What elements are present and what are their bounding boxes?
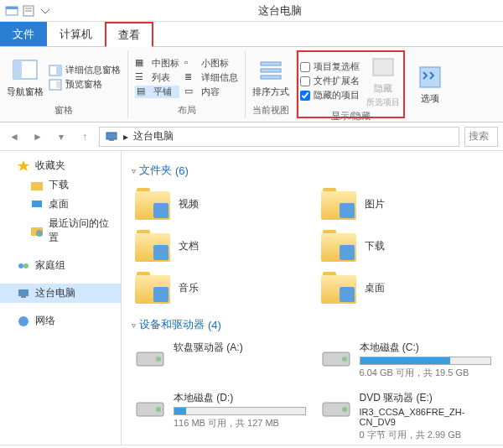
breadcrumb[interactable]: ▸ 这台电脑 [99, 127, 459, 147]
folder-item[interactable]: 下载 [318, 227, 494, 265]
ribbon-group-panes: 导航窗格 详细信息窗格 预览窗格 窗格 [0, 50, 128, 118]
pc-icon [105, 130, 118, 143]
folder-label: 图片 [365, 197, 385, 211]
tab-view[interactable]: 查看 [105, 22, 153, 47]
checkbox-file-extensions[interactable]: 文件扩展名 [300, 75, 360, 87]
svg-rect-15 [420, 67, 440, 87]
svg-rect-1 [6, 7, 18, 9]
search-box[interactable]: 搜索 [464, 127, 498, 147]
breadcrumb-location[interactable]: 这台电脑 [133, 129, 174, 143]
folder-icon [135, 230, 170, 262]
drive-item[interactable]: 软盘驱动器 (A:) [132, 339, 308, 381]
svg-rect-16 [106, 133, 117, 139]
checkbox-input[interactable] [300, 62, 310, 72]
folder-label: 音乐 [179, 281, 199, 295]
checkbox-item-checkboxes[interactable]: 项目复选框 [300, 60, 360, 73]
svg-rect-25 [21, 296, 26, 298]
sort-by-button[interactable]: 排序方式 [252, 57, 289, 98]
forward-button[interactable]: ► [29, 128, 47, 146]
svg-rect-14 [373, 59, 393, 76]
desktop-icon [30, 198, 44, 211]
homegroup-icon [17, 259, 30, 273]
tree-recent[interactable]: 最近访问的位置 [0, 214, 121, 247]
folder-icon [30, 179, 44, 192]
tab-file[interactable]: 文件 [0, 22, 47, 46]
folder-icon [321, 272, 356, 304]
drive-usage-bar [360, 357, 492, 365]
svg-point-30 [342, 357, 347, 362]
hide-selected-button[interactable]: 隐藏 所选项目 [365, 54, 402, 108]
window-title: 这台电脑 [57, 3, 503, 18]
hide-icon [370, 54, 397, 81]
tree-homegroup[interactable]: 家庭组 [0, 256, 121, 275]
options-button[interactable]: 选项 [412, 64, 449, 105]
checkbox-input[interactable] [300, 76, 310, 86]
folder-item[interactable]: 图片 [318, 185, 494, 223]
layout-content[interactable]: ▭内容 [184, 86, 238, 98]
checkbox-hidden-items[interactable]: 隐藏的项目 [300, 89, 360, 102]
drive-item[interactable]: 本地磁盘 (C:) 6.04 GB 可用，共 19.5 GB [318, 339, 494, 381]
back-button[interactable]: ◄ [5, 128, 23, 146]
drive-icon [319, 391, 353, 421]
nav-pane-label: 导航窗格 [7, 86, 44, 98]
properties-icon[interactable] [22, 4, 35, 18]
svg-point-28 [156, 357, 161, 362]
layout-tiles[interactable]: ▤平铺 [135, 86, 179, 98]
layout-details[interactable]: ≣详细信息 [184, 71, 238, 84]
svg-point-23 [23, 263, 29, 268]
drive-icon [319, 341, 353, 371]
collapse-arrow-icon: ▿ [132, 320, 136, 330]
tree-downloads[interactable]: 下载 [0, 175, 121, 195]
svg-point-21 [36, 230, 43, 237]
section-folders-header[interactable]: ▿ 文件夹 (6) [132, 163, 493, 178]
folder-item[interactable]: 文档 [132, 227, 308, 265]
layout-medium-icons[interactable]: ▦中图标 [135, 57, 179, 70]
sort-icon [257, 57, 284, 84]
nav-pane-button[interactable]: 导航窗格 [7, 57, 44, 98]
folder-item[interactable]: 音乐 [132, 268, 308, 307]
svg-point-34 [342, 407, 347, 412]
drive-name: 本地磁盘 (D:) [174, 391, 306, 405]
ribbon-group-show-hide: 项目复选框 文件扩展名 隐藏的项目 隐藏 所选项目 显示/隐藏 [297, 50, 405, 118]
up-button[interactable]: ↑ [75, 128, 94, 146]
status-bar: 10 个项目 [0, 445, 503, 448]
drive-name: 本地磁盘 (C:) [360, 341, 492, 355]
checkbox-input[interactable] [300, 91, 310, 101]
drive-item[interactable]: 本地磁盘 (D:) 116 MB 可用，共 127 MB [132, 389, 308, 443]
svg-rect-8 [56, 65, 61, 76]
ribbon-group-options: 选项 [405, 50, 455, 118]
svg-rect-12 [261, 69, 281, 72]
breadcrumb-sep: ▸ [123, 131, 128, 143]
drive-item[interactable]: DVD 驱动器 (E:) IR3_CCSA_X86FRE_ZH-CN_DV9 0… [318, 389, 494, 443]
network-icon [17, 315, 30, 328]
history-dropdown[interactable]: ▾ [52, 128, 70, 146]
drive-icon [133, 391, 167, 421]
qat-dropdown-icon[interactable] [39, 4, 52, 18]
tree-network[interactable]: 网络 [0, 311, 121, 331]
preview-pane-button[interactable]: 预览窗格 [49, 78, 121, 91]
folder-icon [321, 230, 356, 262]
folder-label: 文档 [179, 239, 199, 253]
drive-icon [133, 341, 167, 371]
folder-item[interactable]: 视频 [132, 185, 308, 223]
navigation-tree: 收藏夹 下载 桌面 最近访问的位置 家庭组 这台电脑 网络 [0, 151, 122, 445]
folder-item[interactable]: 桌面 [318, 268, 494, 307]
svg-rect-10 [56, 81, 60, 88]
svg-rect-13 [261, 76, 281, 79]
tree-this-pc[interactable]: 这台电脑 [0, 284, 121, 303]
layout-small-icons[interactable]: ▫小图标 [184, 57, 238, 70]
tree-desktop[interactable]: 桌面 [0, 195, 121, 214]
folder-icon [135, 188, 170, 220]
drive-subtitle: IR3_CCSA_X86FRE_ZH-CN_DV9 [360, 407, 492, 427]
details-pane-button[interactable]: 详细信息窗格 [49, 64, 121, 76]
tab-computer[interactable]: 计算机 [47, 22, 105, 46]
drive-stats: 0 字节 可用，共 2.99 GB [360, 429, 492, 441]
system-menu-icon[interactable] [5, 4, 18, 18]
drive-name: 软盘驱动器 (A:) [174, 341, 306, 355]
nav-pane-icon [12, 57, 39, 84]
address-bar: ◄ ► ▾ ↑ ▸ 这台电脑 搜索 [0, 122, 503, 151]
tree-favorites[interactable]: 收藏夹 [0, 156, 121, 175]
svg-rect-17 [109, 139, 114, 141]
section-drives-header[interactable]: ▿ 设备和驱动器 (4) [132, 317, 493, 332]
layout-list[interactable]: ☰列表 [135, 71, 179, 84]
